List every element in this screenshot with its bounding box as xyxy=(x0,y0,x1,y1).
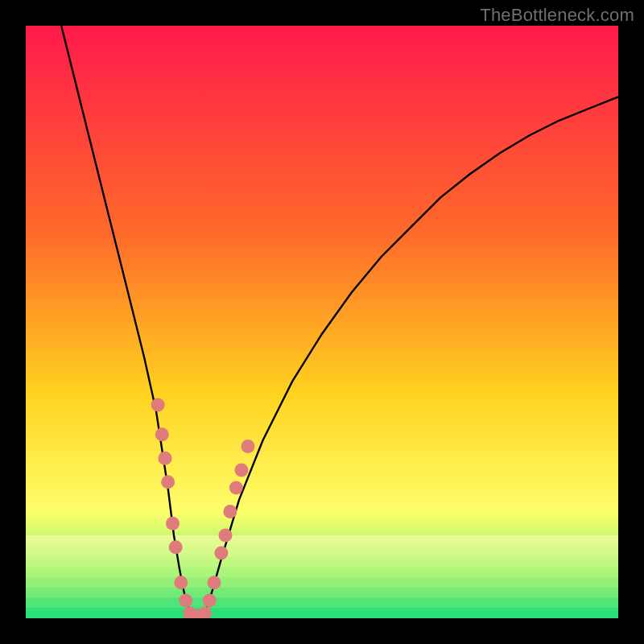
svg-rect-5 xyxy=(26,587,618,597)
data-dot xyxy=(179,593,192,607)
data-dot xyxy=(161,475,175,489)
data-dot xyxy=(208,576,221,589)
data-dot xyxy=(214,547,228,560)
data-dot xyxy=(219,529,233,543)
data-dot xyxy=(169,540,183,554)
data-dot xyxy=(151,398,165,412)
svg-rect-7 xyxy=(26,608,618,618)
data-dot xyxy=(203,593,217,607)
chart-container: TheBottleneck.com xyxy=(0,0,644,644)
data-dot xyxy=(159,452,172,465)
svg-rect-6 xyxy=(26,597,618,608)
data-dot xyxy=(229,481,243,495)
svg-rect-2 xyxy=(26,556,618,567)
frame-right xyxy=(618,0,644,644)
bottleneck-chart xyxy=(0,0,644,644)
frame-bottom xyxy=(0,618,644,644)
data-dot xyxy=(223,505,237,518)
watermark-text: TheBottleneck.com xyxy=(480,5,634,26)
data-dot xyxy=(234,464,248,477)
data-dot xyxy=(166,517,180,530)
svg-rect-4 xyxy=(26,576,618,587)
bottom-bands xyxy=(26,535,618,619)
plot-background xyxy=(26,26,618,618)
svg-rect-0 xyxy=(26,535,618,546)
data-dot xyxy=(174,576,188,589)
svg-rect-1 xyxy=(26,546,618,556)
data-dot xyxy=(155,427,169,441)
data-dot xyxy=(242,440,255,453)
svg-rect-3 xyxy=(26,567,618,577)
frame-left xyxy=(0,0,26,644)
